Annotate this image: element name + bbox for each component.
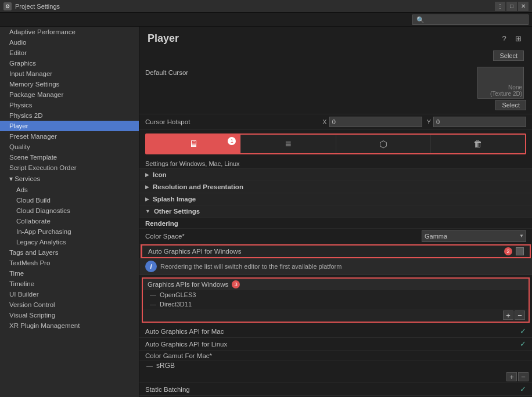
title-bar-controls: ⋮ □ ✕ [495, 2, 529, 11]
select-button-top[interactable]: Select [493, 50, 524, 61]
info-icon: i [145, 261, 157, 272]
sidebar-item-cloud-diag[interactable]: Cloud Diagnostics [0, 205, 139, 216]
sidebar-item-ui-builder[interactable]: UI Builder [0, 289, 139, 299]
sidebar-item-time[interactable]: Time [0, 268, 139, 279]
platform-tab-windows[interactable]: 🖥 1 [146, 135, 241, 153]
graphics-apis-footer: + − [143, 309, 529, 322]
y-coord: Y [427, 117, 526, 127]
android-icon: ⬡ [379, 139, 387, 150]
y-input[interactable] [433, 117, 526, 127]
search-input[interactable] [412, 15, 529, 25]
sidebar-item-memory[interactable]: Memory Settings [0, 79, 139, 89]
title-bar-more-btn[interactable]: ⋮ [495, 2, 505, 11]
default-cursor-section: Default Cursor None (Texture 2D) Select [139, 63, 532, 114]
sidebar-item-editor[interactable]: Editor [0, 48, 139, 58]
sidebar-item-preset[interactable]: Preset Manager [0, 131, 139, 142]
sidebar-item-tags[interactable]: Tags and Layers [0, 247, 139, 258]
cursor-preview: None (Texture 2D) [477, 67, 524, 99]
title-bar-restore-btn[interactable]: □ [506, 2, 517, 11]
sidebar-item-script[interactable]: Script Execution Order [0, 163, 139, 173]
resolution-section-header[interactable]: ▶ Resolution and Presentation [139, 181, 532, 193]
other-settings-arrow: ▼ [145, 208, 150, 214]
content-area: Player ? ⊞ Select Default Cursor None (T… [139, 27, 532, 397]
sidebar-item-player[interactable]: Player [0, 121, 139, 131]
sidebar-item-ads[interactable]: Ads [0, 185, 139, 195]
sidebar-item-scene[interactable]: Scene Template [0, 152, 139, 163]
sidebar-item-physics[interactable]: Physics [0, 100, 139, 110]
auto-graphics-windows-label: Auto Graphics API for Windows [148, 248, 504, 255]
static-batching-check: ✓ [520, 385, 526, 394]
main-layout: Adaptive PerformanceAudioEditorGraphicsI… [0, 27, 532, 397]
other-settings-title: Other Settings [154, 208, 200, 215]
auto-graphics-linux-label: Auto Graphics API for Linux [145, 341, 516, 348]
auto-graphics-mac-label: Auto Graphics API for Mac [145, 328, 516, 335]
auto-graphics-toggle[interactable] [516, 247, 524, 255]
page-title: Player [148, 33, 179, 45]
cursor-hotspot-row: Cursor Hotspot X Y [139, 114, 532, 130]
select-row: Select [139, 48, 532, 63]
other-settings-header[interactable]: ▼ Other Settings [139, 205, 532, 218]
sidebar-item-quality[interactable]: Quality [0, 142, 139, 152]
add-api-button[interactable]: + [503, 311, 513, 320]
splash-section-header[interactable]: ▶ Splash Image [139, 193, 532, 205]
api-item-opengles: — OpenGLES3 [143, 290, 529, 299]
warning-row: i Reordering the list will switch editor… [139, 258, 532, 275]
sidebar-item-cloud-build[interactable]: Cloud Build [0, 195, 139, 205]
sidebar-item-timeline[interactable]: Timeline [0, 279, 139, 289]
title-bar-title: Project Settings [15, 3, 495, 10]
graphics-apis-badge: 3 [232, 280, 240, 288]
resolution-arrow: ▶ [145, 184, 149, 190]
color-space-select-wrapper: Gamma Linear [422, 230, 526, 242]
cursor-hotspot-label: Cursor Hotspot [145, 118, 318, 125]
sidebar-item-graphics[interactable]: Graphics [0, 58, 139, 68]
windows-icon: 🖥 [189, 139, 198, 149]
sidebar-item-input[interactable]: Input Manager [0, 68, 139, 79]
sidebar-item-services[interactable]: ▾ Services [0, 173, 139, 185]
sidebar-item-physics2d[interactable]: Physics 2D [0, 110, 139, 121]
resolution-section-title: Resolution and Presentation [153, 183, 243, 190]
icon-section-title: Icon [153, 171, 167, 178]
sidebar-item-analytics[interactable]: Legacy Analytics [0, 237, 139, 247]
platform-label: Settings for Windows, Mac, Linux [139, 158, 532, 169]
sidebar-item-adaptive[interactable]: Adaptive Performance [0, 27, 139, 37]
webgl-icon: ≡ [285, 138, 292, 150]
api-opengles-label: OpenGLES3 [160, 291, 196, 298]
platform-tab-other[interactable]: 🗑 [431, 135, 525, 153]
static-batching-label: Static Batching [145, 386, 520, 393]
sidebar-item-visual[interactable]: Visual Scripting [0, 310, 139, 320]
color-space-select[interactable]: Gamma Linear [422, 230, 526, 242]
default-cursor-label: Default Cursor [145, 67, 188, 76]
sidebar-item-xr[interactable]: XR Plugin Management [0, 320, 139, 331]
sidebar-item-version[interactable]: Version Control [0, 299, 139, 310]
sidebar-item-collaborate[interactable]: Collaborate [0, 216, 139, 226]
layout-button[interactable]: ⊞ [512, 33, 524, 45]
static-batching-row: Static Batching ✓ [139, 383, 532, 396]
title-bar-close-btn[interactable]: ✕ [518, 2, 529, 11]
platform-tab-android[interactable]: ⬡ [336, 135, 431, 153]
texture2d-text: (Texture 2D) [490, 91, 522, 97]
sidebar-item-audio[interactable]: Audio [0, 37, 139, 48]
gamut-footer: + − [139, 371, 532, 383]
content-header: Player ? ⊞ [139, 27, 532, 48]
icon-section-header[interactable]: ▶ Icon [139, 169, 532, 181]
auto-graphics-windows-row: Auto Graphics API for Windows 2 [141, 244, 531, 258]
auto-graphics-mac-row: Auto Graphics API for Mac ✓ [139, 325, 532, 338]
select-button-cursor[interactable]: Select [495, 100, 526, 110]
remove-gamut-button[interactable]: − [518, 372, 529, 381]
color-space-label: Color Space* [145, 233, 422, 240]
platform-tab-webgl[interactable]: ≡ [241, 135, 336, 153]
x-input[interactable] [329, 117, 422, 127]
help-button[interactable]: ? [498, 33, 510, 45]
remove-api-button[interactable]: − [515, 311, 525, 320]
auto-graphics-linux-check: ✓ [520, 340, 526, 348]
windows-badge: 1 [228, 137, 236, 145]
title-bar: ⚙ Project Settings ⋮ □ ✕ [0, 0, 532, 13]
header-buttons: ? ⊞ [498, 33, 524, 45]
add-gamut-button[interactable]: + [506, 372, 517, 381]
x-coord: X [322, 117, 422, 127]
cursor-control: None (Texture 2D) Select [477, 67, 526, 110]
sidebar-item-in-app[interactable]: In-App Purchasing [0, 226, 139, 237]
sidebar-item-package[interactable]: Package Manager [0, 89, 139, 100]
sidebar-item-textmesh[interactable]: TextMesh Pro [0, 258, 139, 268]
color-space-row: Color Space* Gamma Linear [139, 229, 532, 244]
